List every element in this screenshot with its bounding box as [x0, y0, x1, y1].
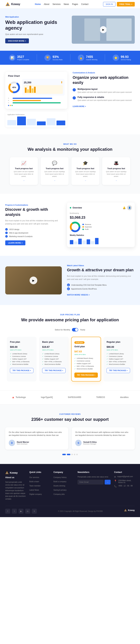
- company-link-2[interactable]: Assets winning: [54, 485, 65, 487]
- nav-services[interactable]: Services: [53, 3, 61, 6]
- video-list-item-0: ▶ Understanding CSS Grid Grid Template M…: [67, 284, 135, 286]
- stat-number-0: 3527: [17, 55, 29, 59]
- newsletter-submit[interactable]: →: [105, 480, 111, 484]
- services-grid: 📈 Track progress fast Quis autem vel aum…: [5, 157, 135, 185]
- footer-newsletter-desc: Perspiciatis unde omnis iste natus error…: [77, 476, 111, 478]
- testimonial-card-1: On the other hand denaum with righteous …: [72, 427, 135, 450]
- footer-quicklinks-heading: Quick Links: [29, 471, 50, 474]
- pricing-title: We provide awesome pricing plan for appl…: [5, 317, 135, 322]
- nav-contact[interactable]: Contact: [81, 3, 88, 6]
- features-tag: Customizations & Analysis: [73, 72, 135, 74]
- social-facebook[interactable]: f: [5, 509, 10, 514]
- donut-chart: 45%: [8, 81, 20, 94]
- footer-grid: Koway About us Sed perspiciatis unde omn…: [5, 471, 135, 500]
- social-links: f t ▶ in li: [5, 509, 37, 514]
- footer-link-4[interactable]: Digital company: [29, 493, 42, 495]
- service-card-2: 🎓 Track progress fast Quis autem vel aum…: [71, 157, 99, 185]
- plan-save-2: SAVE UPTO $5/m: [74, 354, 98, 355]
- nav-home[interactable]: Home: [35, 3, 41, 6]
- partner-logo-2: SAFEGUARD: [68, 396, 81, 398]
- page-dot-1[interactable]: [67, 454, 70, 455]
- stat-item-0: 📊 3527 Project Complete: [9, 54, 29, 61]
- watch-more-button[interactable]: WATCH MORE VIDEOS >: [67, 294, 90, 296]
- pagination-dots: [5, 454, 135, 455]
- free-trial-button[interactable]: FREE TRIAL >: [117, 2, 135, 6]
- social-instagram[interactable]: in: [25, 509, 30, 514]
- billing-toggle[interactable]: [72, 328, 78, 332]
- service-icon-1: 💬: [43, 161, 66, 166]
- plan-cta-1[interactable]: TRY THIS PACKAGE >: [42, 368, 66, 373]
- nav-pages[interactable]: Pages: [72, 3, 78, 6]
- plan-cta-0[interactable]: TRY THIS PACKAGE >: [10, 368, 33, 373]
- nav-about[interactable]: About: [44, 3, 49, 6]
- page-dot-4[interactable]: [76, 454, 78, 455]
- what-we-do-title: We analysis & monitoring your applicatio…: [5, 146, 135, 152]
- contact-address: 📍 USA Main street, Home no.: [114, 480, 135, 484]
- stat-icon-3: ⭐: [113, 54, 119, 61]
- company-link-3[interactable]: Saving & privacy: [54, 489, 67, 491]
- signin-button[interactable]: SIGN IN: [103, 2, 116, 6]
- testi-text-1: On the other hand denaum with righteous …: [75, 431, 131, 437]
- feature-desc-1: Quis autem vel eum iure reprehenderit qu…: [77, 99, 132, 102]
- company-link-4[interactable]: Company jobs: [54, 493, 65, 495]
- footer-link-3[interactable]: Latest News: [29, 489, 39, 491]
- pie-chart-area: Revenue Expenses Profit: [70, 222, 132, 232]
- stat-icon-0: 📊: [9, 54, 15, 61]
- stat-label-0: Project Complete: [17, 59, 29, 60]
- hero-image: ▶: [72, 16, 135, 44]
- social-youtube[interactable]: ▶: [18, 509, 23, 514]
- video-thumbnail: ▶: [5, 266, 62, 294]
- social-twitter[interactable]: t: [12, 509, 17, 514]
- stat-label-3: Service Rating: [121, 59, 131, 60]
- footer: Koway About us Sed perspiciatis unde omn…: [0, 464, 140, 517]
- footer-quicklinks-col: Quick Links Our services Build a team Te…: [29, 471, 50, 500]
- footer-about-desc: Sed perspiciatis unde omnis iste natus e…: [5, 481, 26, 500]
- plan-cta-2[interactable]: TRY THIS PACKAGE >: [74, 372, 98, 378]
- footer-link-1[interactable]: Build a team: [29, 481, 39, 482]
- features-title: Organize your web application easily: [73, 75, 135, 85]
- service-desc-1: Quis autem vel aum repetitур lorem ipsum…: [43, 170, 66, 178]
- testi-author-1: S Somali D.Silva Business Manager: [75, 440, 131, 446]
- weekly-bar-group: [70, 237, 132, 244]
- service-title-2: Track progress fast: [74, 168, 97, 170]
- footer-link-0[interactable]: Our services: [29, 476, 39, 478]
- service-link-1[interactable]: →: [43, 180, 66, 182]
- plan-price-2: $47.63: [74, 348, 98, 354]
- progress-text: Progress & Customizations Discover & gro…: [5, 204, 62, 245]
- social-linkedin[interactable]: li: [32, 509, 37, 514]
- page-dot-0[interactable]: [62, 454, 66, 455]
- play-sm-icon-1: ▶: [67, 288, 70, 290]
- progress-learn-button[interactable]: LEARN MORE >: [5, 240, 25, 245]
- plan-name-3: Regular plan: [107, 340, 130, 343]
- stat-number-2: 7455: [86, 55, 97, 59]
- progress-title: Discover & growth with analysis: [5, 207, 62, 217]
- plan-save-0: SAVE UPTO $0/m: [10, 349, 33, 351]
- service-desc-0: Quis autem vel aum repetitur lorem ipsum…: [13, 170, 35, 178]
- nav-news[interactable]: News: [64, 3, 69, 6]
- page-dot-2[interactable]: [71, 454, 73, 455]
- footer-company-list: Company history Build a company Assets w…: [54, 476, 74, 496]
- service-icon-3: 🎩: [105, 161, 127, 166]
- service-link-0[interactable]: →: [13, 180, 35, 182]
- company-link-0[interactable]: Company history: [54, 476, 67, 478]
- video-play-button[interactable]: ▶: [30, 276, 37, 284]
- page-dot-3[interactable]: [74, 454, 75, 455]
- service-link-2[interactable]: →: [74, 180, 97, 182]
- video-text: Watch Latest Videos Growth & attractive …: [67, 264, 135, 296]
- discover-button[interactable]: DISCOVER MORE >: [5, 38, 29, 43]
- features-learn-more[interactable]: LEARN MORE >: [73, 106, 86, 108]
- plan-cta-3[interactable]: TRY THIS PACKAGE >: [107, 368, 130, 373]
- location-icon: 📍: [114, 480, 117, 482]
- toggle-knob: [75, 328, 78, 331]
- footer-link-2[interactable]: Team member: [29, 485, 41, 487]
- play-button[interactable]: ▶: [100, 26, 107, 33]
- newsletter-input[interactable]: [77, 480, 104, 484]
- feature-title-0: Multipurpose layout: [77, 88, 132, 90]
- testi-text-0: On the other hand denaum with righteous …: [9, 431, 65, 437]
- company-link-1[interactable]: Build a company: [54, 481, 67, 482]
- plan-name-0: Free plan: [10, 340, 33, 343]
- service-link-3[interactable]: →: [105, 180, 127, 182]
- service-desc-3: Quis autem vel aum repetitур lorem ipsum…: [105, 170, 127, 178]
- pricing-card-basic: Basic plan $19.87 SAVE UPTO $5/m ✓Limite…: [39, 337, 69, 382]
- feature-item-1: ✓ Fully responsive & reliable Quis autem…: [73, 96, 135, 102]
